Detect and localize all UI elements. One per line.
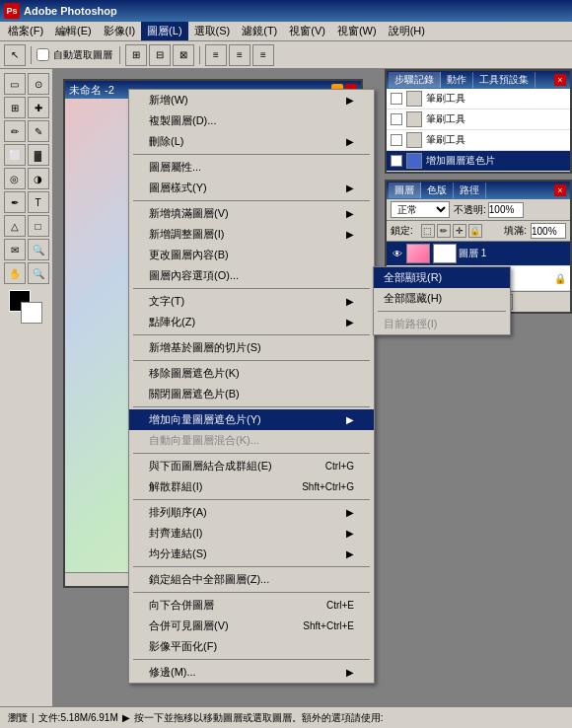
auto-select-label: 自動選取圖層 bbox=[53, 48, 112, 62]
fill-input[interactable] bbox=[531, 223, 566, 239]
menu-image[interactable]: 影像(I) bbox=[98, 22, 141, 40]
steps-panel-titlebar: 步驟記錄 動作 工具預設集 × bbox=[387, 71, 570, 89]
status-separator-1: | bbox=[32, 712, 35, 723]
align-btn-2[interactable]: ⊟ bbox=[149, 44, 171, 66]
canvas-bottom-deco: ♥ ✿ ♥ bbox=[198, 548, 229, 562]
opacity-input[interactable] bbox=[488, 202, 524, 218]
canvas-minimize[interactable]: _ bbox=[331, 84, 343, 96]
zoom-tool[interactable]: 🔍 bbox=[28, 262, 49, 284]
canvas-scrollbar-h[interactable] bbox=[65, 572, 361, 586]
layer-mask-btn[interactable]: ⬜ bbox=[426, 294, 442, 310]
lock-label: 鎖定: bbox=[391, 224, 413, 238]
steps-cb-2[interactable] bbox=[391, 134, 402, 146]
toolbar-sep-3 bbox=[199, 46, 200, 64]
path-tool[interactable]: △ bbox=[4, 215, 26, 237]
steps-cb-3[interactable] bbox=[391, 155, 402, 167]
text-tool[interactable]: T bbox=[28, 191, 49, 213]
align-btn-6[interactable]: ≡ bbox=[252, 44, 274, 66]
layer-name-1: 背景 bbox=[432, 271, 552, 285]
shape-tool[interactable]: □ bbox=[28, 215, 49, 237]
tab-tool-presets[interactable]: 工具預設集 bbox=[473, 72, 536, 88]
steps-icon-2 bbox=[406, 132, 422, 148]
layers-panel: 圖層 色版 路徑 × 正常 不透明: 鎖定: ⬚ ✏ bbox=[385, 180, 572, 314]
opacity-text: 不透明: bbox=[454, 203, 486, 217]
steps-cb-1[interactable] bbox=[391, 113, 402, 125]
layer-eye-1[interactable]: 👁 bbox=[391, 271, 404, 285]
align-btn-5[interactable]: ≡ bbox=[229, 44, 250, 66]
fill-tool[interactable]: ▓ bbox=[28, 144, 49, 166]
menu-filter[interactable]: 濾鏡(T) bbox=[236, 22, 283, 40]
menu-file[interactable]: 檔案(F) bbox=[2, 22, 49, 40]
menu-help[interactable]: 說明(H) bbox=[383, 22, 431, 40]
tab-layers[interactable]: 圖層 bbox=[389, 182, 421, 198]
steps-label-3: 增加圖層遮色片 bbox=[426, 154, 495, 168]
layer-row-0[interactable]: 👁 圖層 1 bbox=[387, 242, 570, 266]
canvas-close[interactable]: × bbox=[345, 84, 357, 96]
pen-tool[interactable]: ✒ bbox=[4, 191, 26, 213]
layer-row-1[interactable]: 👁 背景 🔒 bbox=[387, 266, 570, 291]
layer-lock-icon: 🔒 bbox=[554, 273, 566, 284]
opacity-label: 不透明: bbox=[454, 202, 524, 218]
menu-select[interactable]: 選取(S) bbox=[188, 22, 237, 40]
steps-panel: 步驟記錄 動作 工具預設集 × 筆刷工具 筆刷工具 bbox=[385, 69, 572, 174]
layer-link-btn[interactable]: 🔗 bbox=[391, 294, 406, 310]
steps-icon-3 bbox=[406, 153, 422, 169]
layer-mask-0 bbox=[433, 244, 457, 263]
layer-eye-0[interactable]: 👁 bbox=[391, 247, 404, 260]
dodge-tool[interactable]: ◑ bbox=[28, 168, 49, 189]
canvas-title: 未命名 -2 bbox=[69, 83, 114, 98]
tab-steps[interactable]: 步驟記錄 bbox=[389, 72, 441, 88]
steps-label-1: 筆刷工具 bbox=[426, 112, 465, 126]
steps-label-0: 筆刷工具 bbox=[426, 92, 465, 106]
menu-view[interactable]: 視窗(V) bbox=[283, 22, 331, 40]
layer-thumb-0 bbox=[406, 244, 430, 263]
menu-edit[interactable]: 編輯(E) bbox=[49, 22, 98, 40]
auto-select-checkbox[interactable] bbox=[36, 48, 49, 61]
toolbar-sep-2 bbox=[119, 46, 120, 64]
steps-panel-close[interactable]: × bbox=[554, 74, 566, 86]
steps-row-1: 筆刷工具 bbox=[387, 109, 570, 130]
eraser-tool[interactable]: ⬜ bbox=[4, 144, 26, 166]
hand-tool[interactable]: ✋ bbox=[4, 262, 26, 284]
status-separator-2: ▶ bbox=[122, 712, 130, 723]
align-btn-1[interactable]: ⊞ bbox=[125, 44, 147, 66]
clone-tool[interactable]: ✎ bbox=[28, 120, 49, 142]
lock-all-btn[interactable]: 🔒 bbox=[468, 224, 482, 238]
lock-position-btn[interactable]: ✛ bbox=[453, 224, 466, 238]
tab-channels[interactable]: 色版 bbox=[421, 182, 454, 198]
heal-tool[interactable]: ✚ bbox=[28, 97, 49, 118]
steps-row-0: 筆刷工具 bbox=[387, 89, 570, 109]
tab-actions[interactable]: 動作 bbox=[441, 72, 473, 88]
lasso-tool[interactable]: ⊙ bbox=[28, 73, 49, 95]
brush-tool[interactable]: ✏ bbox=[4, 120, 26, 142]
blend-mode-select[interactable]: 正常 bbox=[391, 201, 450, 218]
align-btn-3[interactable]: ⊠ bbox=[173, 44, 194, 66]
eyedropper-tool[interactable]: 🔍 bbox=[28, 239, 49, 260]
layers-panel-close[interactable]: × bbox=[554, 184, 566, 196]
selection-tool[interactable]: ▭ bbox=[4, 73, 26, 95]
layer-adj-btn[interactable]: ◑ bbox=[444, 294, 460, 310]
layer-new-btn[interactable]: + bbox=[479, 294, 495, 310]
layer-folder-btn[interactable]: 📁 bbox=[462, 294, 477, 310]
canvas-title-bar: 未命名 -2 _ × bbox=[65, 81, 361, 99]
layers-bottom-toolbar: 🔗 f ⬜ ◑ 📁 + 🗑 bbox=[387, 291, 570, 312]
blur-tool[interactable]: ◎ bbox=[4, 168, 26, 189]
tab-paths[interactable]: 路徑 bbox=[454, 182, 486, 198]
menu-window[interactable]: 視窗(W) bbox=[331, 22, 383, 40]
notes-tool[interactable]: ✉ bbox=[4, 239, 26, 260]
steps-row-3: 增加圖層遮色片 bbox=[387, 151, 570, 172]
steps-cb-0[interactable] bbox=[391, 93, 402, 105]
menu-layer[interactable]: 圖層(L) bbox=[141, 22, 187, 40]
crop-tool[interactable]: ⊞ bbox=[4, 97, 26, 118]
steps-icon-1 bbox=[406, 111, 422, 127]
lock-paint-btn[interactable]: ✏ bbox=[437, 224, 451, 238]
background-color[interactable] bbox=[21, 302, 42, 324]
move-tool-btn[interactable]: ↖ bbox=[4, 44, 26, 66]
lock-transparent-btn[interactable]: ⬚ bbox=[421, 224, 435, 238]
align-btn-4[interactable]: ≡ bbox=[205, 44, 227, 66]
layer-delete-btn[interactable]: 🗑 bbox=[497, 294, 513, 310]
fill-label: 填滿: bbox=[504, 224, 527, 238]
layer-fx-btn[interactable]: f bbox=[408, 294, 424, 310]
layers-fill-row: 鎖定: ⬚ ✏ ✛ 🔒 填滿: bbox=[387, 221, 570, 242]
layer-name-0: 圖層 1 bbox=[459, 247, 566, 260]
